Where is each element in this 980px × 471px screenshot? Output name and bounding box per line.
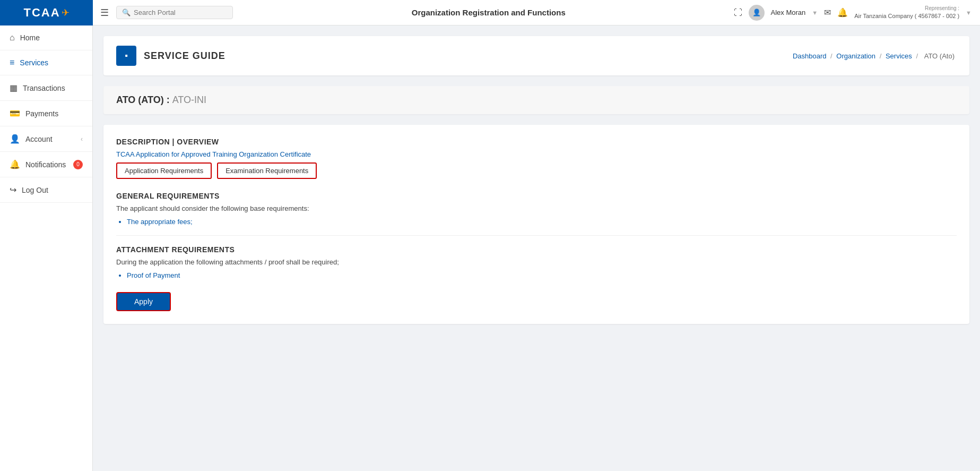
sidebar-item-payments[interactable]: 💳 Payments — [0, 101, 92, 126]
home-icon: ⌂ — [10, 33, 15, 42]
breadcrumb-sep1: / — [830, 52, 832, 60]
attachment-requirements-title: ATTACHMENT REQUIREMENTS — [116, 245, 957, 254]
sidebar-label-payments: Payments — [25, 109, 58, 118]
ato-subtitle: ATO-INI — [172, 95, 206, 105]
transactions-icon: ▦ — [10, 83, 18, 93]
tabs-row: Application Requirements Examination Req… — [116, 162, 957, 179]
logout-icon: ↪ — [10, 185, 16, 195]
hamburger-menu-icon[interactable]: ☰ — [93, 7, 116, 19]
breadcrumb-current: ATO (Ato) — [924, 52, 955, 60]
apply-button[interactable]: Apply — [116, 292, 171, 311]
sidebar-item-account[interactable]: 👤 Account ‹ — [0, 126, 92, 152]
notifications-badge: 0 — [73, 160, 83, 169]
fullscreen-icon[interactable]: ⛶ — [734, 8, 742, 18]
ato-title-card: ATO (ATO) : ATO-INI — [103, 86, 969, 114]
sidebar-label-notifications: Notifications — [25, 160, 66, 169]
search-bar[interactable]: 🔍 — [116, 6, 233, 19]
sidebar-item-logout[interactable]: ↪ Log Out — [0, 177, 92, 203]
service-guide-title: SERVICE GUIDE — [144, 50, 226, 62]
general-requirements-list: The appropriate fees; — [116, 218, 957, 226]
attachment-requirements-desc: During the application the following att… — [116, 258, 957, 266]
sidebar-item-services[interactable]: ≡ Services — [0, 50, 92, 75]
tab-examination-requirements[interactable]: Examination Requirements — [217, 162, 317, 179]
user-dropdown-icon[interactable]: ▼ — [812, 10, 818, 16]
breadcrumb-organization[interactable]: Organization — [836, 52, 875, 60]
top-header: TCAA ✈ ☰ 🔍 Organization Registration and… — [0, 0, 980, 25]
account-icon: 👤 — [10, 134, 20, 144]
representing-area: Representing : Air Tanzania Company ( 45… — [854, 5, 959, 20]
representing-value: Air Tanzania Company ( 4567867 - 002 ) — [854, 12, 959, 20]
content-card: DESCRIPTION | OVERVIEW TCAA Application … — [103, 125, 969, 324]
representing-dropdown-icon[interactable]: ▼ — [966, 10, 972, 16]
representing-label: Representing : — [854, 5, 959, 12]
account-chevron-icon: ‹ — [81, 135, 83, 143]
description-title: DESCRIPTION | OVERVIEW — [116, 138, 957, 146]
ato-title-main: ATO (ATO) : — [116, 95, 170, 105]
general-item-1: The appropriate fees; — [127, 218, 957, 226]
header-right: ⛶ 👤 Alex Moran ▼ ✉ 🔔 Representing : Air … — [734, 5, 980, 21]
bell-icon[interactable]: 🔔 — [837, 7, 848, 18]
logo-area: TCAA ✈ — [0, 0, 93, 25]
sidebar-label-home: Home — [20, 33, 40, 42]
ato-title: ATO (ATO) : ATO-INI — [116, 95, 206, 105]
payments-icon: 💳 — [10, 108, 20, 118]
attachment-requirements-list: Proof of Payment — [116, 271, 957, 279]
breadcrumb-sep2: / — [880, 52, 882, 60]
notifications-icon: 🔔 — [10, 159, 20, 169]
sidebar-item-notifications[interactable]: 🔔 Notifications 0 — [0, 152, 92, 177]
search-icon: 🔍 — [122, 8, 131, 16]
general-requirements-desc: The applicant should consider the follow… — [116, 204, 957, 212]
breadcrumb-sep3: / — [916, 52, 918, 60]
breadcrumb: Dashboard / Organization / Services / AT… — [793, 52, 957, 60]
description-text: TCAA Application for Approved Training O… — [116, 150, 957, 158]
attachment-item-1: Proof of Payment — [127, 271, 957, 279]
sidebar-item-home[interactable]: ⌂ Home — [0, 25, 92, 50]
sidebar-item-transactions[interactable]: ▦ Transactions — [0, 75, 92, 101]
mail-icon[interactable]: ✉ — [824, 7, 831, 18]
services-icon: ≡ — [10, 58, 14, 67]
tab-application-requirements[interactable]: Application Requirements — [116, 162, 212, 179]
search-input[interactable] — [134, 8, 227, 16]
sidebar-label-transactions: Transactions — [23, 84, 65, 92]
avatar: 👤 — [749, 5, 765, 21]
breadcrumb-dashboard[interactable]: Dashboard — [793, 52, 827, 60]
page-title: Organization Registration and Functions — [244, 8, 734, 17]
logo-text: TCAA — [23, 6, 60, 20]
service-guide-icon: ▪ — [116, 46, 136, 66]
sidebar-label-logout: Log Out — [22, 186, 48, 194]
user-name[interactable]: Alex Moran — [771, 8, 806, 16]
logo-plane-icon: ✈ — [62, 7, 70, 19]
sidebar-label-account: Account — [25, 135, 53, 143]
general-requirements-title: GENERAL REQUIREMENTS — [116, 192, 957, 200]
breadcrumb-services[interactable]: Services — [886, 52, 912, 60]
sidebar: ⌂ Home ≡ Services ▦ Transactions 💳 Payme… — [0, 25, 93, 471]
main-content: ▪ SERVICE GUIDE Dashboard / Organization… — [93, 25, 980, 471]
divider — [116, 235, 957, 236]
sidebar-label-services: Services — [20, 58, 48, 67]
service-guide-card: ▪ SERVICE GUIDE Dashboard / Organization… — [103, 36, 969, 75]
service-guide-left: ▪ SERVICE GUIDE — [116, 46, 226, 66]
